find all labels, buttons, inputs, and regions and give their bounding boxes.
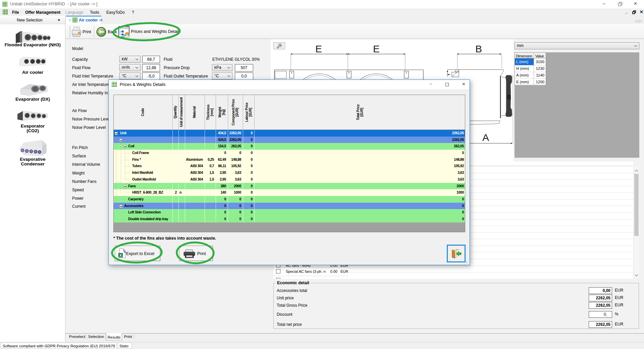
svg-text:A: A [482,132,489,143]
svg-text:B: B [475,43,482,54]
svg-text:E: E [315,43,322,54]
svg-text:X: X [119,253,122,257]
svg-text:E: E [373,43,380,54]
